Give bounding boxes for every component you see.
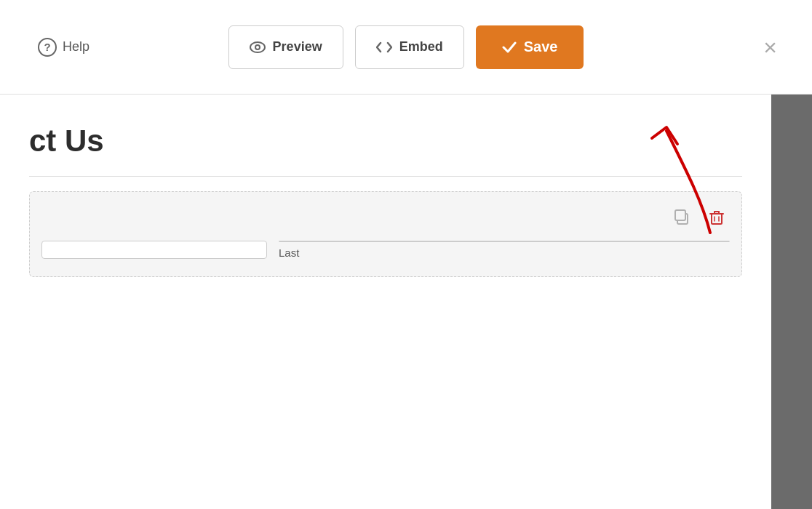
last-name-input[interactable] [279, 241, 730, 242]
copy-field-button[interactable] [669, 204, 695, 232]
svg-point-0 [250, 42, 265, 52]
svg-rect-4 [712, 214, 722, 224]
help-button[interactable]: ? Help [29, 32, 98, 63]
help-icon: ? [38, 38, 57, 57]
form-panel: ct Us [0, 95, 771, 509]
svg-point-1 [255, 45, 260, 49]
save-checkmark-icon [502, 41, 517, 53]
delete-field-button[interactable] [704, 204, 730, 232]
embed-label: Embed [399, 39, 443, 55]
save-label: Save [524, 39, 558, 55]
copy-icon [672, 207, 692, 227]
right-margin [771, 95, 812, 509]
trash-icon [706, 207, 727, 227]
first-name-input[interactable] [41, 241, 267, 259]
form-divider [29, 176, 742, 177]
save-button[interactable]: Save [476, 25, 584, 69]
form-title: ct Us [29, 124, 742, 159]
preview-button[interactable]: Preview [228, 25, 343, 69]
close-button[interactable]: × [757, 33, 783, 62]
close-icon: × [763, 34, 777, 60]
help-label: Help [63, 39, 89, 55]
last-name-col: Last [279, 241, 730, 259]
preview-icon [250, 41, 266, 53]
field-block: Last [29, 191, 742, 277]
toolbar: ? Help Preview Embed [0, 0, 812, 95]
field-block-actions [41, 204, 730, 232]
svg-rect-3 [675, 210, 685, 220]
preview-label: Preview [273, 39, 322, 55]
first-name-col [41, 241, 267, 259]
embed-icon [376, 41, 392, 53]
form-field-row: Last [41, 241, 730, 259]
last-name-label: Last [279, 247, 730, 259]
main-area: ct Us [0, 95, 812, 509]
embed-button[interactable]: Embed [355, 25, 464, 69]
